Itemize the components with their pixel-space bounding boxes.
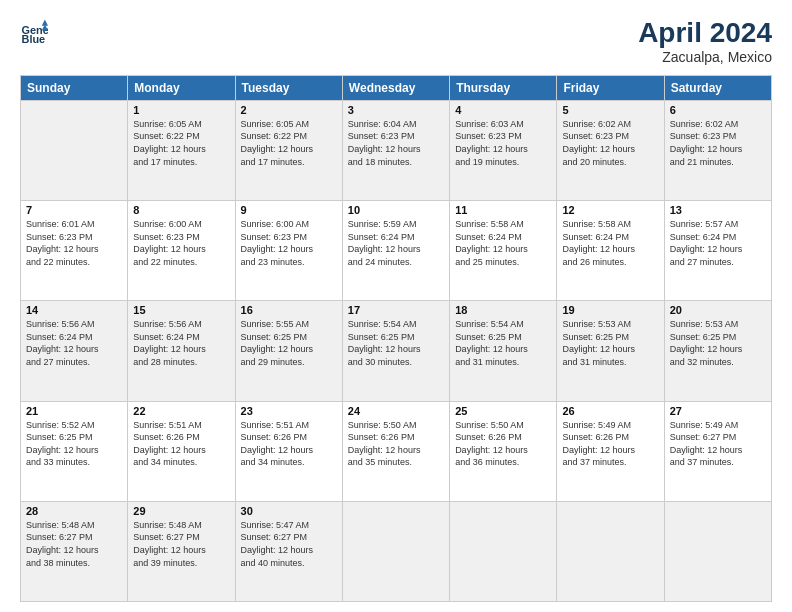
header: General Blue April 2024 Zacualpa, Mexico bbox=[20, 18, 772, 65]
day-number: 6 bbox=[670, 104, 766, 116]
calendar-cell: 22Sunrise: 5:51 AM Sunset: 6:26 PM Dayli… bbox=[128, 401, 235, 501]
day-number: 16 bbox=[241, 304, 337, 316]
day-info: Sunrise: 5:54 AM Sunset: 6:25 PM Dayligh… bbox=[348, 318, 444, 368]
day-info: Sunrise: 5:50 AM Sunset: 6:26 PM Dayligh… bbox=[455, 419, 551, 469]
day-number: 30 bbox=[241, 505, 337, 517]
calendar-cell: 21Sunrise: 5:52 AM Sunset: 6:25 PM Dayli… bbox=[21, 401, 128, 501]
day-info: Sunrise: 5:59 AM Sunset: 6:24 PM Dayligh… bbox=[348, 218, 444, 268]
calendar-cell: 15Sunrise: 5:56 AM Sunset: 6:24 PM Dayli… bbox=[128, 301, 235, 401]
calendar-cell: 17Sunrise: 5:54 AM Sunset: 6:25 PM Dayli… bbox=[342, 301, 449, 401]
calendar-cell: 18Sunrise: 5:54 AM Sunset: 6:25 PM Dayli… bbox=[450, 301, 557, 401]
logo-icon: General Blue bbox=[20, 18, 48, 46]
day-number: 18 bbox=[455, 304, 551, 316]
weekday-header: Thursday bbox=[450, 75, 557, 100]
day-info: Sunrise: 5:47 AM Sunset: 6:27 PM Dayligh… bbox=[241, 519, 337, 569]
calendar-cell: 26Sunrise: 5:49 AM Sunset: 6:26 PM Dayli… bbox=[557, 401, 664, 501]
weekday-header: Sunday bbox=[21, 75, 128, 100]
day-info: Sunrise: 5:58 AM Sunset: 6:24 PM Dayligh… bbox=[455, 218, 551, 268]
calendar-cell: 2Sunrise: 6:05 AM Sunset: 6:22 PM Daylig… bbox=[235, 100, 342, 200]
calendar-cell: 19Sunrise: 5:53 AM Sunset: 6:25 PM Dayli… bbox=[557, 301, 664, 401]
day-info: Sunrise: 5:51 AM Sunset: 6:26 PM Dayligh… bbox=[241, 419, 337, 469]
calendar-cell: 23Sunrise: 5:51 AM Sunset: 6:26 PM Dayli… bbox=[235, 401, 342, 501]
calendar-cell bbox=[342, 501, 449, 601]
day-info: Sunrise: 5:54 AM Sunset: 6:25 PM Dayligh… bbox=[455, 318, 551, 368]
day-info: Sunrise: 6:05 AM Sunset: 6:22 PM Dayligh… bbox=[133, 118, 229, 168]
weekday-header: Wednesday bbox=[342, 75, 449, 100]
day-info: Sunrise: 5:56 AM Sunset: 6:24 PM Dayligh… bbox=[26, 318, 122, 368]
calendar-cell: 10Sunrise: 5:59 AM Sunset: 6:24 PM Dayli… bbox=[342, 201, 449, 301]
day-info: Sunrise: 6:02 AM Sunset: 6:23 PM Dayligh… bbox=[562, 118, 658, 168]
day-info: Sunrise: 6:00 AM Sunset: 6:23 PM Dayligh… bbox=[133, 218, 229, 268]
page: General Blue April 2024 Zacualpa, Mexico… bbox=[0, 0, 792, 612]
day-info: Sunrise: 6:00 AM Sunset: 6:23 PM Dayligh… bbox=[241, 218, 337, 268]
day-info: Sunrise: 5:56 AM Sunset: 6:24 PM Dayligh… bbox=[133, 318, 229, 368]
subtitle: Zacualpa, Mexico bbox=[638, 49, 772, 65]
calendar-cell: 7Sunrise: 6:01 AM Sunset: 6:23 PM Daylig… bbox=[21, 201, 128, 301]
calendar-cell: 16Sunrise: 5:55 AM Sunset: 6:25 PM Dayli… bbox=[235, 301, 342, 401]
day-number: 19 bbox=[562, 304, 658, 316]
day-number: 11 bbox=[455, 204, 551, 216]
day-number: 25 bbox=[455, 405, 551, 417]
calendar-cell: 20Sunrise: 5:53 AM Sunset: 6:25 PM Dayli… bbox=[664, 301, 771, 401]
calendar-week-row: 14Sunrise: 5:56 AM Sunset: 6:24 PM Dayli… bbox=[21, 301, 772, 401]
day-number: 9 bbox=[241, 204, 337, 216]
day-info: Sunrise: 5:48 AM Sunset: 6:27 PM Dayligh… bbox=[26, 519, 122, 569]
calendar-cell: 11Sunrise: 5:58 AM Sunset: 6:24 PM Dayli… bbox=[450, 201, 557, 301]
day-number: 28 bbox=[26, 505, 122, 517]
calendar-week-row: 1Sunrise: 6:05 AM Sunset: 6:22 PM Daylig… bbox=[21, 100, 772, 200]
calendar-cell: 28Sunrise: 5:48 AM Sunset: 6:27 PM Dayli… bbox=[21, 501, 128, 601]
calendar-cell: 1Sunrise: 6:05 AM Sunset: 6:22 PM Daylig… bbox=[128, 100, 235, 200]
calendar-cell: 29Sunrise: 5:48 AM Sunset: 6:27 PM Dayli… bbox=[128, 501, 235, 601]
day-number: 5 bbox=[562, 104, 658, 116]
day-number: 14 bbox=[26, 304, 122, 316]
day-info: Sunrise: 6:01 AM Sunset: 6:23 PM Dayligh… bbox=[26, 218, 122, 268]
day-info: Sunrise: 5:49 AM Sunset: 6:26 PM Dayligh… bbox=[562, 419, 658, 469]
day-info: Sunrise: 5:49 AM Sunset: 6:27 PM Dayligh… bbox=[670, 419, 766, 469]
day-number: 3 bbox=[348, 104, 444, 116]
weekday-header: Monday bbox=[128, 75, 235, 100]
day-number: 24 bbox=[348, 405, 444, 417]
day-info: Sunrise: 5:53 AM Sunset: 6:25 PM Dayligh… bbox=[562, 318, 658, 368]
day-info: Sunrise: 5:58 AM Sunset: 6:24 PM Dayligh… bbox=[562, 218, 658, 268]
calendar-cell: 6Sunrise: 6:02 AM Sunset: 6:23 PM Daylig… bbox=[664, 100, 771, 200]
day-info: Sunrise: 5:50 AM Sunset: 6:26 PM Dayligh… bbox=[348, 419, 444, 469]
calendar-cell: 5Sunrise: 6:02 AM Sunset: 6:23 PM Daylig… bbox=[557, 100, 664, 200]
day-number: 29 bbox=[133, 505, 229, 517]
day-number: 20 bbox=[670, 304, 766, 316]
header-row: SundayMondayTuesdayWednesdayThursdayFrid… bbox=[21, 75, 772, 100]
calendar-cell bbox=[557, 501, 664, 601]
calendar-week-row: 7Sunrise: 6:01 AM Sunset: 6:23 PM Daylig… bbox=[21, 201, 772, 301]
main-title: April 2024 bbox=[638, 18, 772, 49]
weekday-header: Saturday bbox=[664, 75, 771, 100]
day-number: 23 bbox=[241, 405, 337, 417]
day-number: 1 bbox=[133, 104, 229, 116]
day-info: Sunrise: 5:48 AM Sunset: 6:27 PM Dayligh… bbox=[133, 519, 229, 569]
day-info: Sunrise: 5:57 AM Sunset: 6:24 PM Dayligh… bbox=[670, 218, 766, 268]
calendar-cell: 30Sunrise: 5:47 AM Sunset: 6:27 PM Dayli… bbox=[235, 501, 342, 601]
calendar-cell: 14Sunrise: 5:56 AM Sunset: 6:24 PM Dayli… bbox=[21, 301, 128, 401]
calendar-cell: 12Sunrise: 5:58 AM Sunset: 6:24 PM Dayli… bbox=[557, 201, 664, 301]
weekday-header: Tuesday bbox=[235, 75, 342, 100]
calendar-cell: 9Sunrise: 6:00 AM Sunset: 6:23 PM Daylig… bbox=[235, 201, 342, 301]
title-block: April 2024 Zacualpa, Mexico bbox=[638, 18, 772, 65]
svg-text:Blue: Blue bbox=[22, 33, 46, 45]
calendar-week-row: 21Sunrise: 5:52 AM Sunset: 6:25 PM Dayli… bbox=[21, 401, 772, 501]
weekday-header: Friday bbox=[557, 75, 664, 100]
calendar-cell bbox=[664, 501, 771, 601]
day-info: Sunrise: 6:03 AM Sunset: 6:23 PM Dayligh… bbox=[455, 118, 551, 168]
day-info: Sunrise: 5:51 AM Sunset: 6:26 PM Dayligh… bbox=[133, 419, 229, 469]
day-number: 10 bbox=[348, 204, 444, 216]
day-info: Sunrise: 6:02 AM Sunset: 6:23 PM Dayligh… bbox=[670, 118, 766, 168]
day-number: 26 bbox=[562, 405, 658, 417]
calendar-cell: 4Sunrise: 6:03 AM Sunset: 6:23 PM Daylig… bbox=[450, 100, 557, 200]
day-number: 8 bbox=[133, 204, 229, 216]
day-number: 17 bbox=[348, 304, 444, 316]
calendar-cell: 25Sunrise: 5:50 AM Sunset: 6:26 PM Dayli… bbox=[450, 401, 557, 501]
calendar-cell bbox=[450, 501, 557, 601]
calendar-table: SundayMondayTuesdayWednesdayThursdayFrid… bbox=[20, 75, 772, 602]
calendar-cell: 8Sunrise: 6:00 AM Sunset: 6:23 PM Daylig… bbox=[128, 201, 235, 301]
day-number: 2 bbox=[241, 104, 337, 116]
day-info: Sunrise: 5:53 AM Sunset: 6:25 PM Dayligh… bbox=[670, 318, 766, 368]
day-number: 15 bbox=[133, 304, 229, 316]
calendar-cell: 3Sunrise: 6:04 AM Sunset: 6:23 PM Daylig… bbox=[342, 100, 449, 200]
